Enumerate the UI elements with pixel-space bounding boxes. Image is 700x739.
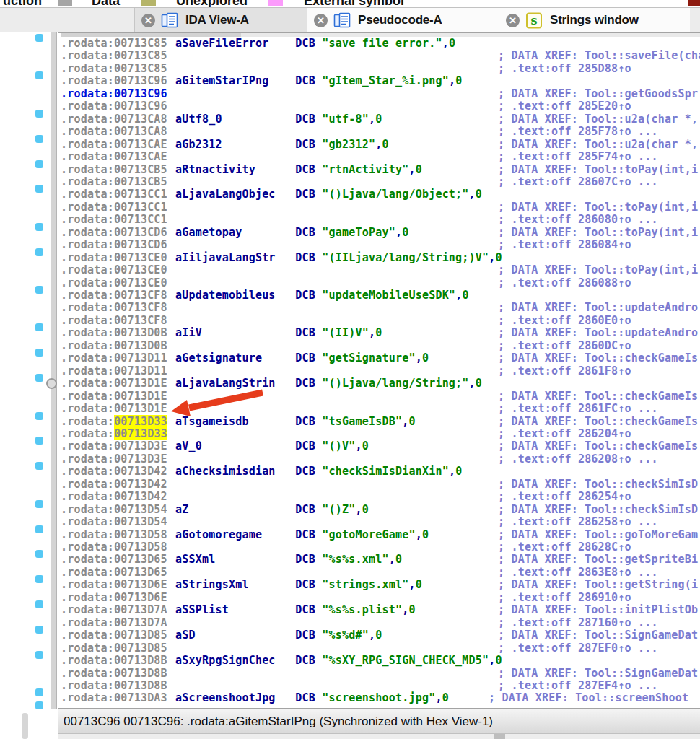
code: aSSXml DCB "%s%s.xml",0 [175, 554, 402, 566]
listing-line[interactable]: .rodata:00713D54; .text:off 286258↑o ... [0, 516, 700, 528]
address: .rodata:00713D1E [61, 390, 167, 403]
listing-line[interactable]: .rodata:00713D7AaSSPlist DCB "%s%s.plist… [0, 604, 700, 616]
listing-line[interactable]: .rodata:00713CC1; .text:off 286080↑o ... [0, 214, 700, 226]
xref-comment: ; DATA XREF: Tool::toPay(int,i [498, 264, 698, 276]
listing-line[interactable]: .rodata:00713D3EaV_0 DCB "()V",0; DATA X… [0, 440, 700, 452]
address: .rodata:00713C85 [61, 38, 167, 50]
listing-line[interactable]: .rodata:00713D6EaStringsXml DCB "strings… [0, 579, 700, 591]
code: aScreenshootJpg DCB "screenshoot.jpg",0 [175, 692, 449, 704]
line-marker-dot [35, 185, 43, 193]
listing-line[interactable]: .rodata:00713D58aGotomoregame DCB "gotoM… [0, 529, 700, 541]
line-marker-dot [35, 160, 43, 168]
listing-line[interactable]: .rodata:00713C85; DATA XREF: Tool::saveF… [0, 50, 700, 62]
listing-line[interactable]: .rodata:00713D54aZ DCB "()Z",0; DATA XRE… [0, 504, 700, 516]
listing-line[interactable]: .rodata:00713D6E; .text:off 286910↑o [0, 592, 700, 604]
address: .rodata:00713D65 [61, 567, 167, 579]
code: aLjavaLangStrin DCB "()Ljava/lang/String… [175, 377, 482, 390]
address: .rodata:00713C85 [61, 50, 167, 62]
xref-comment: ; DATA XREF: Tool::checkGameIs [498, 416, 698, 428]
xref-comment: ; .text:off 286080↑o ... [498, 214, 658, 226]
listing-line[interactable]: .rodata:00713CF8; DATA XREF: Tool::updat… [0, 302, 700, 314]
listing-line[interactable]: .rodata:00713D42; DATA XREF: Tool::check… [0, 478, 700, 491]
highlighted-address: 00713D33 [114, 415, 167, 428]
listing-line[interactable]: .rodata:00713D0BaIiV DCB "(II)V",0; DATA… [0, 327, 700, 339]
xref-comment: ; .text:off 286204↑o [498, 428, 631, 440]
xref-comment: ; .text:off 287EF0↑o ... [498, 642, 658, 655]
listing-line[interactable]: .rodata:00713D11; .text:off 2861F8↑o [0, 365, 700, 377]
listing-line[interactable]: .rodata:00713D8B; .text:off 287EF4↑o ... [0, 680, 700, 692]
listing-line[interactable]: .rodata:00713D33; .text:off 286204↑o [0, 428, 700, 440]
line-marker-dot [35, 688, 43, 696]
listing-line[interactable]: .rodata:00713DA3aScreenshootJpg DCB "scr… [0, 692, 700, 704]
listing-line[interactable]: .rodata:00713C96; .text:off 285E20↑o [0, 100, 700, 113]
listing-line[interactable]: .rodata:00713CC1aLjavaLangObjec DCB "()L… [0, 188, 700, 201]
listing-line[interactable]: .rodata:00713CAE; .text:off 285F74↑o ... [0, 151, 700, 163]
xref-comment: ; .text:off 286254↑o [498, 491, 631, 503]
listing-line[interactable]: .rodata:00713CB5aRtnactivity DCB "rtnAct… [0, 164, 700, 176]
listing-line[interactable]: .rodata:00713D65; .text:off 2863E8↑o ... [0, 567, 700, 579]
listing-line[interactable]: .rodata:00713CA8aUtf8_0 DCB "utf-8",0; D… [0, 113, 700, 126]
listing-line[interactable]: .rodata:00713CD6; .text:off 286084↑o [0, 239, 700, 251]
left-scrollbar-thumb[interactable] [22, 713, 28, 739]
listing-line[interactable]: .rodata:00713D33aTsgameisdb DCB "tsGameI… [0, 416, 700, 428]
xref-comment: ; DATA XREF: Tool::updateAndro [498, 327, 698, 339]
code: aIiljavaLangStr DCB "(IILjava/lang/Strin… [175, 252, 502, 264]
listing-line[interactable]: .rodata:00713D85; .text:off 287EF0↑o ... [0, 642, 700, 655]
code: aStringsXml DCB "strings.xml",0 [175, 579, 422, 591]
listing-line[interactable]: .rodata:00713D3E; .text:off 286208↑o ... [0, 453, 700, 465]
address: .rodata:00713CE0 [61, 252, 167, 264]
address: .rodata:00713D42 [61, 465, 167, 478]
address: .rodata:00713D58 [61, 541, 167, 554]
listing-line[interactable]: .rodata:00713D1E; .text:off 2861FC↑o ... [0, 403, 700, 415]
xref-comment: ; .text:off 2861FC↑o ... [498, 403, 658, 415]
listing-line[interactable]: .rodata:00713CA8; .text:off 285F78↑o ... [0, 126, 700, 138]
xref-comment: ; .text:off 2860E0↑o [498, 315, 631, 327]
address: .rodata:00713CAE [61, 139, 167, 151]
listing-line[interactable]: .rodata:00713CB5; .text:off 28607C↑o ... [0, 176, 700, 188]
listing-line[interactable]: .rodata:00713CE0aIiljavaLangStr DCB "(II… [0, 252, 700, 264]
xref-comment: ; DATA XREF: Tool::initPlistOb [498, 604, 698, 616]
listing-line[interactable]: .rodata:00713D11aGetsignature DCB "getSi… [0, 352, 700, 364]
address: .rodata:00713D3E [61, 453, 167, 465]
listing-line[interactable]: .rodata:00713D8B; DATA XREF: Tool::SignG… [0, 668, 700, 680]
listing-line[interactable]: .rodata:00713CE0; .text:off 286088↑o [0, 277, 700, 289]
listing-line[interactable]: .rodata:00713C85aSaveFileError DCB "save… [0, 38, 700, 50]
address: .rodata:00713D54 [61, 516, 167, 528]
listing-line[interactable]: .rodata:00713D1EaLjavaLangStrin DCB "()L… [0, 377, 700, 390]
code: aLjavaLangObjec DCB "()Ljava/lang/Object… [175, 188, 482, 201]
line-marker-dot [35, 71, 43, 79]
line-marker-dot [35, 651, 43, 659]
listing-line[interactable]: .rodata:00713CF8; .text:off 2860E0↑o [0, 315, 700, 327]
xref-comment: ; DATA XREF: Tool::u2a(char *, [498, 113, 698, 126]
listing-line[interactable]: .rodata:00713C96aGitemStarIPng DCB "gIte… [0, 75, 700, 87]
address: .rodata:00713D1E [61, 377, 167, 390]
horizontal-scrollbar-thumb[interactable] [494, 734, 505, 739]
line-marker-dot [35, 135, 43, 143]
listing-line[interactable]: .rodata:00713D85aSD DCB "%s%d#",0; DATA … [0, 629, 700, 642]
listing-line[interactable]: .rodata:00713CD6aGametopay DCB "gameToPa… [0, 227, 700, 239]
xref-comment: ; DATA XREF: Tool::SignGameDat [498, 629, 698, 642]
listing-line[interactable]: .rodata:00713CF8aUpdatemobileus DCB "upd… [0, 289, 700, 302]
listing-line[interactable]: .rodata:00713CAEaGb2312 DCB "gb2312",0; … [0, 139, 700, 151]
listing-line[interactable]: .rodata:00713D0B; .text:off 2860DC↑o [0, 340, 700, 352]
code: aGotomoregame DCB "gotoMoreGame",0 [175, 529, 429, 541]
listing-line[interactable]: .rodata:00713D7A; .text:off 287160↑o ... [0, 617, 700, 629]
code: aRtnactivity DCB "rtnActivity",0 [175, 164, 422, 176]
xref-comment: ; DATA XREF: Tool::screenShoot [489, 692, 688, 704]
listing-line[interactable]: .rodata:00713D65aSSXml DCB "%s%s.xml",0;… [0, 554, 700, 566]
listing-line[interactable]: .rodata:00713C96; DATA XREF: Tool::getGo… [0, 88, 700, 100]
listing-line[interactable]: .rodata:00713D42aChecksimisdian DCB "che… [0, 465, 700, 478]
address: .rodata:00713CD6 [61, 227, 167, 239]
listing-line[interactable]: .rodata:00713D8BaSxyRpgSignChec DCB "%sX… [0, 655, 700, 667]
listing-line[interactable]: .rodata:00713D58; .text:off 28628C↑o [0, 541, 700, 554]
listing-line[interactable]: .rodata:00713C85; .text:off 285D88↑o [0, 63, 700, 75]
address: .rodata:00713C96 [61, 88, 167, 100]
code: aGametopay DCB "gameToPay",0 [175, 227, 408, 239]
listing-line[interactable]: .rodata:00713CC1; DATA XREF: Tool::toPay… [0, 201, 700, 214]
code: aChecksimisdian DCB "checkSimIsDianXin",… [175, 465, 462, 478]
listing-line[interactable]: .rodata:00713CE0; DATA XREF: Tool::toPay… [0, 264, 700, 276]
status-bar: 00713C96 00713C96: .rodata:aGitemStarIPn… [58, 709, 700, 734]
horizontal-scrollbar[interactable] [58, 734, 700, 739]
listing-line[interactable]: .rodata:00713D42; .text:off 286254↑o [0, 491, 700, 503]
listing-line[interactable]: .rodata:00713D1E; DATA XREF: Tool::check… [0, 390, 700, 403]
